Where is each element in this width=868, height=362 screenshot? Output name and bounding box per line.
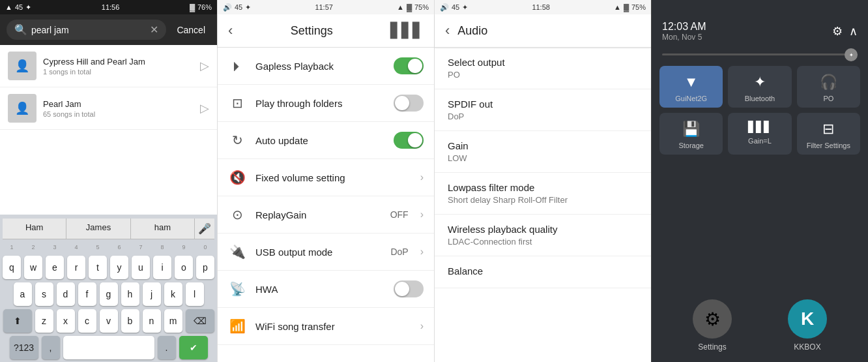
list-item[interactable]: 👤 Pearl Jam 65 songs in total ▷ xyxy=(0,87,217,130)
suggestion-2[interactable]: ham xyxy=(131,219,195,239)
kb-key[interactable]: y xyxy=(110,256,128,279)
qs-tile-filtersettings[interactable]: ⊟ Filter Settings xyxy=(797,113,860,155)
suggestion-1[interactable]: James xyxy=(66,219,130,239)
suggestion-0[interactable]: Ham xyxy=(3,219,66,239)
settings-item-wifisong[interactable]: 📶 WiFi song transfer › xyxy=(218,308,434,345)
kb-key[interactable]: g xyxy=(100,282,118,306)
kb-key[interactable]: p xyxy=(196,256,214,279)
kb-key[interactable]: u xyxy=(132,256,150,279)
brightness-slider[interactable]: ✦ xyxy=(662,53,858,55)
kb-key[interactable]: e xyxy=(46,256,64,279)
settings-item-gapless[interactable]: ⏵ Gapless Playback xyxy=(218,48,434,85)
kb-key[interactable]: 4 xyxy=(67,242,85,252)
audio-back-button[interactable]: ‹ xyxy=(445,22,450,39)
kb-key[interactable]: z xyxy=(35,309,53,333)
kb-key[interactable]: j xyxy=(143,282,161,306)
kb-numbers-row: 1 2 3 4 5 6 7 8 9 0 xyxy=(3,242,214,252)
gear-icon[interactable]: ⚙ xyxy=(832,24,843,38)
kb-key[interactable]: 1 xyxy=(3,242,21,252)
settings-item-usboutput[interactable]: 🔌 USB output mode DoP › xyxy=(218,234,434,271)
comma-key[interactable]: , xyxy=(42,336,60,359)
kb-key[interactable]: w xyxy=(24,256,42,279)
kb-key[interactable]: 5 xyxy=(89,242,107,252)
kb-key[interactable]: 3 xyxy=(46,242,64,252)
kb-key[interactable]: v xyxy=(100,309,118,333)
kb-key[interactable]: l xyxy=(186,282,204,306)
kb-key[interactable]: c xyxy=(78,309,96,333)
kb-key[interactable]: s xyxy=(35,282,53,306)
settings-item-replaygain[interactable]: ⊙ ReplayGain OFF › xyxy=(218,196,434,234)
settings-item-hwa[interactable]: 📡 HWA xyxy=(218,271,434,308)
qs-tile-bluetooth[interactable]: ✦ Bluetooth xyxy=(728,66,791,108)
kb-key[interactable]: i xyxy=(153,256,171,279)
play-button[interactable]: ▷ xyxy=(200,101,209,115)
clear-search-icon[interactable]: ✕ xyxy=(150,23,158,36)
status-time-2: 11:57 xyxy=(315,3,333,11)
qs-app-settings[interactable]: ⚙ Settings xyxy=(693,299,732,352)
period-key[interactable]: . xyxy=(158,336,176,359)
audio-item-lowpass[interactable]: Lowpass filter mode Short delay Sharp Ro… xyxy=(435,173,651,215)
mic-button[interactable]: 🎤 xyxy=(195,219,214,239)
list-item[interactable]: 👤 Cypress Hill and Pearl Jam 1 songs in … xyxy=(0,45,217,87)
status-left-3: 🔊 45 ✦ xyxy=(440,3,468,12)
qs-time-date: 12:03 AM Mon, Nov 5 xyxy=(662,21,706,42)
kb-row-q: q w e r t y u i o p xyxy=(3,256,214,279)
song-title: Pearl Jam xyxy=(43,99,194,109)
qs-tile-wifi[interactable]: ▼ GuiNet2G xyxy=(659,66,723,108)
kb-key[interactable]: 8 xyxy=(153,242,171,252)
battery-level-3: 75% xyxy=(631,3,646,11)
kb-key[interactable]: h xyxy=(121,282,139,306)
kb-key[interactable]: f xyxy=(78,282,96,306)
gapless-toggle[interactable] xyxy=(394,57,424,74)
autoupdate-toggle[interactable] xyxy=(394,132,424,149)
status-right-1: ▓ 76% xyxy=(190,3,212,11)
brightness-thumb[interactable]: ✦ xyxy=(845,48,858,61)
kb-key[interactable]: d xyxy=(57,282,75,306)
space-key[interactable] xyxy=(63,336,154,359)
playfolder-toggle[interactable] xyxy=(394,95,424,112)
status-left-1: ▲ 45 ✦ xyxy=(5,3,31,12)
kb-key[interactable]: 6 xyxy=(110,242,128,252)
backspace-key[interactable]: ⌫ xyxy=(186,309,214,333)
play-button[interactable]: ▷ xyxy=(200,59,209,73)
settings-item-playfolder[interactable]: ⊡ Play through folders xyxy=(218,85,434,122)
settings-app-icon: ⚙ xyxy=(693,299,732,339)
audio-item-gain[interactable]: Gain LOW xyxy=(435,131,651,173)
kb-key[interactable]: n xyxy=(143,309,161,333)
shift-key[interactable]: ⬆ xyxy=(3,309,32,333)
kb-key[interactable]: x xyxy=(57,309,75,333)
hwa-toggle[interactable] xyxy=(394,280,424,297)
symbols-key[interactable]: ?123 xyxy=(10,336,38,359)
back-button[interactable]: ‹ xyxy=(228,22,233,39)
kb-key[interactable]: k xyxy=(164,282,182,306)
audio-item-title: Wireless playback quality xyxy=(448,224,638,235)
qs-tile-storage[interactable]: 💾 Storage xyxy=(659,113,723,155)
kb-key[interactable]: o xyxy=(175,256,193,279)
audio-item-spdifout[interactable]: SPDIF out DoP xyxy=(435,89,651,131)
audio-item-wirelessquality[interactable]: Wireless playback quality LDAC-Connectio… xyxy=(435,215,651,256)
kb-key[interactable]: m xyxy=(164,309,182,333)
kb-key[interactable]: a xyxy=(14,282,32,306)
search-input-container[interactable]: 🔍 ✕ xyxy=(7,20,166,40)
kb-key[interactable]: 7 xyxy=(132,242,150,252)
kb-key[interactable]: t xyxy=(89,256,107,279)
search-input[interactable] xyxy=(31,25,146,35)
kb-key[interactable]: 2 xyxy=(24,242,42,252)
qs-app-label: KKBOX xyxy=(794,342,820,352)
collapse-icon[interactable]: ∧ xyxy=(849,24,858,38)
kb-key[interactable]: 0 xyxy=(196,242,214,252)
avatar: 👤 xyxy=(8,52,36,80)
audio-item-balance[interactable]: Balance xyxy=(435,256,651,288)
kb-key[interactable]: 9 xyxy=(175,242,193,252)
audio-item-selectoutput[interactable]: Select output PO xyxy=(435,48,651,89)
kb-key[interactable]: r xyxy=(67,256,85,279)
settings-item-fixedvolume[interactable]: 🔇 Fixed volume setting › xyxy=(218,159,434,196)
kb-key[interactable]: b xyxy=(121,309,139,333)
enter-key[interactable]: ✔ xyxy=(179,336,208,359)
cancel-button[interactable]: Cancel xyxy=(171,22,210,38)
qs-tile-po[interactable]: 🎧 PO xyxy=(797,66,860,108)
kb-key[interactable]: q xyxy=(3,256,21,279)
settings-item-autoupdate[interactable]: ↻ Auto update xyxy=(218,122,434,159)
qs-tile-gainl[interactable]: ▋▋▋ Gain=L xyxy=(728,113,791,155)
qs-app-kkbox[interactable]: K KKBOX xyxy=(788,299,827,352)
